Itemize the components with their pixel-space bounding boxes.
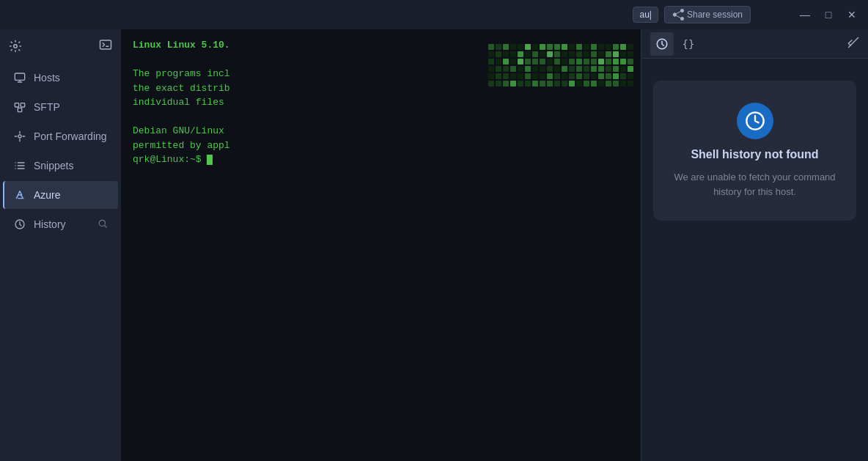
sidebar-item-hosts[interactable]: Hosts <box>3 64 118 92</box>
clock-icon <box>655 37 669 51</box>
sidebar-item-history[interactable]: History <box>3 210 118 238</box>
panel-tabs: {} <box>650 32 700 56</box>
history-empty-title: Shell history not found <box>691 148 818 161</box>
window-controls: — □ ✕ <box>795 4 862 25</box>
svg-point-0 <box>14 45 18 48</box>
clock-large-icon <box>745 111 765 131</box>
svg-point-8 <box>99 220 105 226</box>
port-forwarding-label: Port Forwarding <box>34 130 108 142</box>
sidebar-item-snippets[interactable]: Snippets <box>3 152 118 180</box>
right-panel: {} Shell history not found We <box>641 29 868 461</box>
port-forwarding-icon <box>13 130 26 143</box>
history-label: History <box>34 218 90 230</box>
terminal-line-6 <box>133 110 629 125</box>
hosts-icon <box>13 71 26 84</box>
azure-icon <box>13 188 26 202</box>
share-icon <box>672 9 684 21</box>
terminal-line-prompt: qrk@Linux:~$ <box>133 152 629 167</box>
cursor <box>207 155 213 165</box>
new-terminal-button[interactable] <box>99 38 112 54</box>
sidebar: Hosts SFTP Port Forwarding <box>0 29 121 461</box>
svg-rect-1 <box>100 40 111 49</box>
hosts-label: Hosts <box>34 72 108 84</box>
history-empty-state: Shell history not found We are unable to… <box>653 81 856 221</box>
sftp-label: SFTP <box>34 101 108 113</box>
terminal-area[interactable]: Linux Linux 5.10. The programs incl the … <box>121 29 641 461</box>
history-empty-subtitle: We are unable to fetch your command hist… <box>671 170 839 199</box>
sidebar-top <box>0 32 121 60</box>
terminal-icon <box>99 38 112 51</box>
pin-button[interactable] <box>847 37 859 51</box>
terminal-line-5: individual files <box>133 95 629 110</box>
panel-tab-code[interactable]: {} <box>677 32 700 56</box>
maximize-button[interactable]: □ <box>818 4 839 25</box>
svg-rect-4 <box>21 103 24 107</box>
pin-icon <box>847 37 859 48</box>
sftp-icon <box>13 100 26 114</box>
code-icon: {} <box>683 38 695 50</box>
svg-rect-5 <box>18 108 21 111</box>
history-icon <box>13 218 26 231</box>
panel-content: Shell history not found We are unable to… <box>641 59 868 461</box>
snippets-label: Snippets <box>34 160 108 172</box>
close-button[interactable]: ✕ <box>842 4 862 25</box>
snippets-icon <box>13 159 26 172</box>
azure-label: Azure <box>34 189 108 201</box>
svg-rect-2 <box>15 73 24 80</box>
session-controls: au| Share session <box>633 6 751 23</box>
history-search-icon[interactable] <box>98 218 108 231</box>
sidebar-item-sftp[interactable]: SFTP <box>3 93 118 121</box>
settings-icon <box>9 40 22 53</box>
history-empty-icon <box>737 103 773 139</box>
panel-tab-history[interactable] <box>650 32 674 56</box>
session-badge: au| <box>633 7 658 23</box>
sidebar-item-port-forwarding[interactable]: Port Forwarding <box>3 122 118 150</box>
svg-rect-3 <box>15 103 18 107</box>
settings-button[interactable] <box>9 40 22 53</box>
terminal-line-8: permitted by appl <box>133 139 629 153</box>
main-layout: Hosts SFTP Port Forwarding <box>0 29 868 461</box>
share-session-button[interactable]: Share session <box>664 6 751 23</box>
svg-point-6 <box>18 135 21 138</box>
minimize-button[interactable]: — <box>795 4 815 25</box>
titlebar: au| Share session — □ ✕ <box>0 0 868 29</box>
sidebar-item-azure[interactable]: Azure <box>3 181 118 209</box>
session-label: au| <box>639 10 651 20</box>
panel-toolbar: {} <box>641 29 868 59</box>
share-label: Share session <box>687 10 743 20</box>
terminal-heatmap <box>488 44 633 86</box>
terminal-line-7: Debian GNU/Linux <box>133 124 629 139</box>
